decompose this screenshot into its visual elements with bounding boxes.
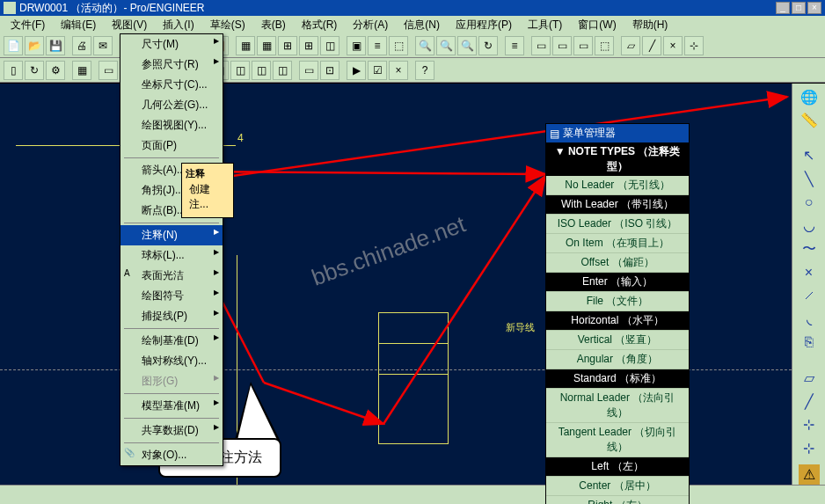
- tool-icon[interactable]: ▭: [99, 61, 118, 80]
- menu-note[interactable]: 注释(N): [120, 225, 223, 245]
- zoom-fit-button[interactable]: 🔍: [457, 36, 477, 55]
- play-button[interactable]: ▶: [347, 61, 366, 80]
- tool-icon[interactable]: ≡: [368, 36, 387, 55]
- menu-edit[interactable]: 编辑(E): [54, 16, 103, 34]
- menu-geom-tolerance[interactable]: 几何公差(G)...: [120, 95, 223, 115]
- menu-shared-data[interactable]: 共享数据(D): [120, 420, 223, 441]
- menu-draw-datum[interactable]: 绘制基准(D): [120, 331, 223, 351]
- menu-drawing-view[interactable]: 绘图视图(Y)...: [120, 115, 223, 135]
- menu-object[interactable]: 📎对象(O)...: [120, 445, 223, 465]
- opt-iso-leader[interactable]: ISO Leader （ISO 引线）: [546, 215, 689, 234]
- menu-info[interactable]: 信息(N): [397, 16, 447, 34]
- menu-axis-symmetry[interactable]: 轴对称线(Y)...: [120, 351, 223, 371]
- menu-window[interactable]: 窗口(W): [571, 16, 623, 34]
- section-standard[interactable]: Standard （标准）: [546, 369, 689, 389]
- settings-button[interactable]: ⚙: [46, 61, 65, 80]
- datum-button[interactable]: ▱: [621, 36, 640, 55]
- close-button[interactable]: ×: [807, 2, 821, 14]
- tool-globe-icon[interactable]: 🌐: [799, 87, 820, 107]
- point-tool-icon[interactable]: ⊹: [799, 414, 820, 435]
- menu-ref-dimension[interactable]: 参照尺寸(R): [120, 55, 223, 75]
- sheet-button[interactable]: ▦: [72, 61, 91, 80]
- opt-file[interactable]: File （文件）: [546, 292, 689, 311]
- rect-icon[interactable]: ▱: [799, 368, 820, 388]
- menu-insert[interactable]: 插入(I): [156, 16, 201, 34]
- menu-page[interactable]: 页面(P): [120, 135, 223, 156]
- menu-analysis[interactable]: 分析(A): [346, 16, 395, 34]
- maximize-button[interactable]: □: [792, 2, 806, 14]
- refresh-button[interactable]: ↻: [25, 61, 44, 80]
- opt-normal-leader[interactable]: Normal Leader （法向引线）: [546, 389, 689, 423]
- refresh-button[interactable]: ↻: [478, 36, 498, 55]
- line-icon[interactable]: ╲: [799, 169, 820, 189]
- spline-icon[interactable]: 〜: [799, 239, 820, 259]
- point-icon[interactable]: ×: [799, 262, 820, 282]
- zoom-in-button[interactable]: 🔍: [415, 36, 434, 55]
- opt-vertical[interactable]: Vertical （竖直）: [546, 331, 689, 350]
- warning-icon[interactable]: ⚠: [799, 464, 820, 485]
- save-button[interactable]: 💾: [46, 36, 65, 55]
- section-enter[interactable]: Enter （输入）: [546, 273, 689, 292]
- new-button[interactable]: 📄: [4, 36, 23, 55]
- mail-button[interactable]: ✉: [93, 36, 113, 55]
- axis-button[interactable]: ╱: [642, 36, 661, 55]
- tool-icon[interactable]: ◫: [273, 61, 292, 80]
- menu-help[interactable]: 帮助(H): [625, 16, 675, 34]
- open-button[interactable]: 📂: [25, 36, 44, 55]
- menu-sketch[interactable]: 草绘(S): [203, 16, 252, 34]
- minimize-button[interactable]: _: [776, 2, 790, 14]
- tool-icon[interactable]: ▣: [347, 36, 366, 55]
- section-left[interactable]: Left （左）: [546, 457, 689, 477]
- axis-tool-icon[interactable]: ╱: [799, 391, 820, 412]
- select-button[interactable]: ▯: [4, 61, 23, 80]
- tool-icon[interactable]: ▭: [299, 61, 318, 80]
- checkbox-button[interactable]: ☑: [368, 61, 387, 80]
- zoom-out-button[interactable]: 🔍: [436, 36, 456, 55]
- view-button[interactable]: ▭: [573, 36, 593, 55]
- menu-view[interactable]: 视图(V): [105, 16, 154, 34]
- tool-icon[interactable]: ◫: [320, 36, 339, 55]
- tool-measure-icon[interactable]: 📏: [799, 111, 820, 131]
- pointer-icon[interactable]: ↖: [799, 146, 820, 166]
- opt-center[interactable]: Center （居中）: [546, 477, 689, 496]
- opt-angular[interactable]: Angular （角度）: [546, 350, 689, 369]
- csys-tool-icon[interactable]: ⊹: [799, 438, 820, 458]
- menu-surface-finish[interactable]: A表面光洁: [120, 266, 223, 286]
- tool-icon[interactable]: ⊞: [278, 36, 297, 55]
- menu-coord-dimension[interactable]: 坐标尺寸(C)...: [120, 75, 223, 95]
- circle-icon[interactable]: ○: [799, 193, 820, 213]
- point-button[interactable]: ×: [663, 36, 683, 55]
- view-button[interactable]: ▭: [552, 36, 572, 55]
- opt-no-leader[interactable]: No Leader （无引线）: [546, 176, 689, 195]
- menu-file[interactable]: 文件(F): [4, 16, 52, 34]
- csys-button[interactable]: ⊹: [684, 36, 704, 55]
- opt-tangent-leader[interactable]: Tangent Leader （切向引线）: [546, 423, 689, 457]
- opt-offset[interactable]: Offset （偏距）: [546, 253, 689, 273]
- menu-snap-line[interactable]: 捕捉线(P): [120, 306, 223, 326]
- tool-icon[interactable]: ⊡: [320, 61, 339, 80]
- tool-icon[interactable]: ▦: [236, 36, 255, 55]
- offset-icon[interactable]: ⎘: [799, 332, 820, 353]
- opt-on-item[interactable]: On Item （在项目上）: [546, 234, 689, 253]
- arc-icon[interactable]: ◡: [799, 215, 820, 236]
- menu-dimension[interactable]: 尺寸(M): [120, 34, 223, 55]
- help-button[interactable]: ?: [415, 61, 434, 80]
- opt-right[interactable]: Right （右）: [546, 496, 689, 504]
- print-button[interactable]: 🖨: [72, 36, 91, 55]
- section-horizontal[interactable]: Horizontal （水平）: [546, 311, 689, 331]
- chamfer-icon[interactable]: ⟋: [799, 286, 820, 306]
- view-button[interactable]: ⬚: [595, 36, 614, 55]
- tool-icon[interactable]: ◫: [252, 61, 271, 80]
- submenu-create-note[interactable]: 创建注...: [186, 180, 230, 214]
- menu-model-datum[interactable]: 模型基准(M): [120, 396, 223, 416]
- menu-app[interactable]: 应用程序(P): [449, 16, 519, 34]
- opt-with-leader[interactable]: With Leader （带引线）: [546, 195, 689, 215]
- layers-button[interactable]: ≡: [505, 36, 524, 55]
- tool-icon[interactable]: ⬚: [389, 36, 408, 55]
- view-button[interactable]: ▭: [531, 36, 551, 55]
- menu-drawing-symbol[interactable]: 绘图符号: [120, 286, 223, 306]
- menu-format[interactable]: 格式(R): [295, 16, 345, 34]
- stop-button[interactable]: ×: [389, 61, 408, 80]
- fillet-icon[interactable]: ◟: [799, 310, 820, 330]
- menu-tools[interactable]: 工具(T): [521, 16, 569, 34]
